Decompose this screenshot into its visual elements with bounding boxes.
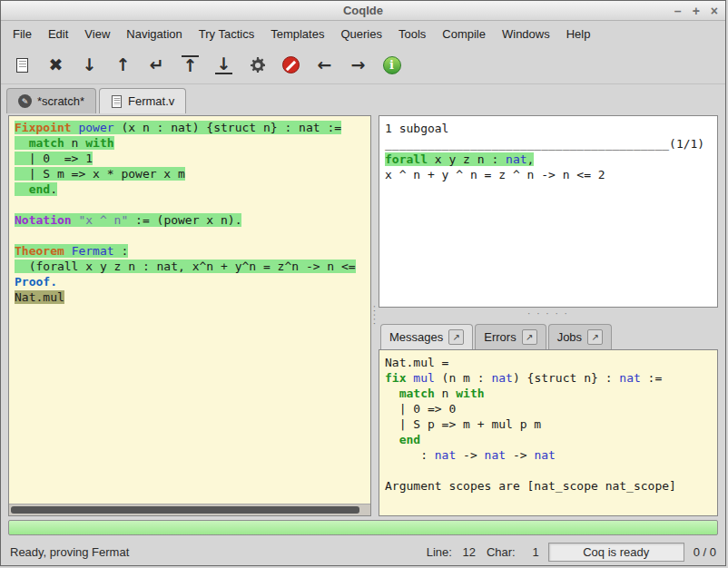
menu-item-view[interactable]: View <box>76 23 118 45</box>
arrow-to-bottom-icon: ↓ <box>215 55 233 74</box>
vertical-splitter[interactable]: ····· <box>371 115 379 516</box>
main-area: Fixpoint power (x n : nat) {struct n} : … <box>1 113 725 516</box>
down-arrow-icon: ↓ <box>83 56 97 73</box>
code-line: Theorem Fermat : <box>15 243 365 259</box>
pencil-icon: ✎ <box>18 94 32 108</box>
forward-button[interactable]: → <box>344 51 372 79</box>
code-line: | 0 => 1 <box>15 151 365 166</box>
code-line: Proof. <box>15 274 365 289</box>
menu-item-help[interactable]: Help <box>558 23 599 45</box>
code-editor[interactable]: Fixpoint power (x n : nat) {struct n} : … <box>9 116 370 504</box>
code-line: Argument scopes are [nat_scope nat_scope… <box>385 478 712 494</box>
interrupt-button[interactable] <box>277 51 305 79</box>
code-line: match n with <box>385 386 712 401</box>
goals-panel[interactable]: 1 subgoal_______________________________… <box>379 115 718 308</box>
statusbar: Ready, proving Fermat Line: 12 Char: 1 C… <box>1 538 725 565</box>
titlebar[interactable]: CoqIde – + × <box>1 1 725 21</box>
close-icon: ✖ <box>49 56 64 73</box>
detach-icon[interactable]: ↗ <box>587 329 603 345</box>
go-to-end-button[interactable]: ↓ <box>210 51 238 79</box>
code-line: ________________________________________… <box>385 136 712 152</box>
coq-status-box: Coq is ready <box>548 543 684 562</box>
menubar: FileEditViewNavigationTry TacticsTemplat… <box>1 21 725 46</box>
tab-label: Messages <box>389 330 443 344</box>
code-line: Nat.mul <box>15 289 365 305</box>
document-icon <box>112 95 122 108</box>
right-arrow-icon: → <box>351 56 366 73</box>
restart-button[interactable]: ↑ <box>176 51 204 79</box>
right-column: 1 subgoal_______________________________… <box>379 115 718 516</box>
code-line: Notation "x ^ n" := (power x n). <box>15 212 365 228</box>
back-button[interactable]: ← <box>310 51 339 79</box>
messages-panel[interactable]: Nat.mul =fix mul (n m : nat) {struct n} … <box>379 349 718 516</box>
tab-errors[interactable]: Errors ↗ <box>475 324 546 349</box>
step-backward-button[interactable]: ↑ <box>109 51 137 79</box>
menu-item-navigation[interactable]: Navigation <box>118 23 190 45</box>
line-label: Line: <box>427 545 452 559</box>
window-title: CoqIde <box>343 4 383 17</box>
tab-label: *scratch* <box>37 94 84 108</box>
save-button[interactable] <box>8 51 36 79</box>
menu-item-queries[interactable]: Queries <box>332 23 390 45</box>
code-line: Nat.mul = <box>385 355 712 370</box>
menu-item-tools[interactable]: Tools <box>390 23 434 45</box>
editor-pane: Fixpoint power (x n : nat) {struct n} : … <box>8 115 371 516</box>
fully-check-button[interactable] <box>243 51 271 79</box>
code-line: 1 subgoal <box>385 121 712 136</box>
minimize-button[interactable]: – <box>674 5 682 17</box>
worker-counter: 0 / 0 <box>694 545 716 559</box>
document-tabbar: ✎ *scratch* Fermat.v <box>1 84 725 113</box>
code-line <box>15 228 365 243</box>
go-to-cursor-button[interactable]: ↵ <box>143 51 171 79</box>
close-buffer-button[interactable]: ✖ <box>42 51 70 79</box>
code-line: end <box>385 432 712 447</box>
gear-icon <box>249 56 267 74</box>
code-line: | S p => m + mul p m <box>385 416 712 432</box>
detach-icon[interactable]: ↗ <box>448 329 464 345</box>
horizontal-splitter[interactable]: · · · · · <box>379 308 718 319</box>
menu-item-try-tactics[interactable]: Try Tactics <box>191 23 262 45</box>
code-line: | 0 => 0 <box>385 401 712 416</box>
code-line: match n with <box>15 135 365 151</box>
code-line <box>15 197 365 212</box>
status-message: Ready, proving Fermat <box>10 545 416 559</box>
scrollbar-thumb[interactable] <box>11 506 359 514</box>
close-button[interactable]: × <box>711 5 718 17</box>
code-line: Fixpoint power (x n : nat) {struct n} : … <box>15 120 365 135</box>
about-button[interactable]: i <box>378 51 406 79</box>
save-icon <box>16 58 28 73</box>
up-arrow-icon: ↑ <box>116 56 131 73</box>
left-arrow-icon: ← <box>318 56 332 73</box>
maximize-button[interactable]: + <box>693 5 700 17</box>
code-line: fix mul (n m : nat) {struct n} : nat := <box>385 370 712 386</box>
detach-icon[interactable]: ↗ <box>522 329 537 345</box>
coqide-window: CoqIde – + × FileEditViewNavigationTry T… <box>0 0 726 566</box>
tab-messages[interactable]: Messages ↗ <box>380 324 473 349</box>
tab-label: Jobs <box>557 330 582 344</box>
code-line: end. <box>15 181 365 197</box>
char-value: 1 <box>523 545 539 559</box>
line-value: 12 <box>459 545 476 559</box>
stop-icon <box>282 56 300 73</box>
code-line: (forall x y z n : nat, x^n + y^n = z^n -… <box>15 259 365 274</box>
tab-scratch[interactable]: ✎ *scratch* <box>6 88 96 113</box>
horizontal-scrollbar[interactable] <box>9 504 370 515</box>
menu-item-file[interactable]: File <box>5 23 40 45</box>
menu-item-templates[interactable]: Templates <box>262 23 332 45</box>
menu-item-windows[interactable]: Windows <box>494 23 558 45</box>
code-line: | S m => x * power x m <box>15 166 365 181</box>
code-line <box>385 463 712 478</box>
toolbar: ✖ ↓ ↑ ↵ ↑ ↓ ← → i <box>1 46 725 84</box>
step-forward-button[interactable]: ↓ <box>75 51 103 79</box>
tab-fermat[interactable]: Fermat.v <box>99 88 186 113</box>
code-line: forall x y z n : nat, <box>385 152 712 167</box>
message-tabbar: Messages ↗ Errors ↗ Jobs ↗ <box>379 319 718 349</box>
menu-item-edit[interactable]: Edit <box>40 23 76 45</box>
tab-jobs[interactable]: Jobs ↗ <box>548 324 612 349</box>
menu-item-compile[interactable]: Compile <box>434 23 494 45</box>
arrow-to-top-icon: ↑ <box>182 55 200 74</box>
info-icon: i <box>383 56 401 74</box>
code-line: x ^ n + y ^ n = z ^ n -> n <= 2 <box>385 167 712 182</box>
code-line: : nat -> nat -> nat <box>385 447 712 463</box>
return-arrow-icon: ↵ <box>150 56 164 73</box>
